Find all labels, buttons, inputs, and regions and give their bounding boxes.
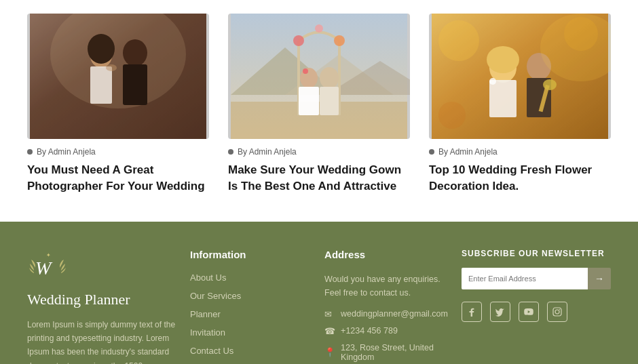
blog-section: By Admin Anjela You Must Need A Great Ph… <box>0 0 638 222</box>
blog-card-2-image[interactable] <box>228 14 410 139</box>
footer-link-planner[interactable]: Planner <box>190 309 311 319</box>
blog-card-2: By Admin Anjela Make Sure Your Wedding G… <box>228 14 410 195</box>
footer-info-column: Information About Us Our Services Planne… <box>190 249 311 364</box>
svg-rect-41 <box>553 308 561 316</box>
facebook-icon[interactable] <box>462 302 482 322</box>
svg-point-42 <box>555 310 559 314</box>
logo-icon: W ✦ <box>27 249 68 283</box>
footer-address-text: 123, Rose Street, United Kingdom <box>341 343 448 362</box>
svg-point-20 <box>320 67 339 89</box>
blog-card-1-image[interactable] <box>27 14 209 139</box>
svg-point-17 <box>293 35 304 46</box>
instagram-icon[interactable] <box>547 302 567 322</box>
blog-card-3: By Admin Anjela Top 10 Wedding Fresh Flo… <box>429 14 611 195</box>
blog-card-2-title[interactable]: Make Sure Your Wedding Gown Is The Best … <box>228 162 410 195</box>
footer-location-item: 📍 123, Rose Street, United Kingdom <box>324 343 448 362</box>
author-dot-2 <box>228 149 233 155</box>
footer-main: W ✦ Wedding Planner Lorem Ipsum is simpl… <box>27 249 611 364</box>
footer-logo: W ✦ <box>27 249 176 283</box>
svg-point-36 <box>543 79 557 90</box>
footer-link-services[interactable]: Our Services <box>190 291 311 301</box>
blog-card-3-title[interactable]: Top 10 Wedding Fresh Flower Decoration I… <box>429 162 611 195</box>
svg-point-38 <box>489 78 496 85</box>
svg-text:W: W <box>35 258 53 279</box>
svg-rect-9 <box>30 14 206 139</box>
youtube-icon[interactable] <box>519 302 539 322</box>
newsletter-submit-button[interactable]: → <box>588 268 611 289</box>
svg-point-19 <box>315 24 323 33</box>
footer-phone: +1234 456 789 <box>341 326 398 336</box>
svg-rect-23 <box>299 87 319 115</box>
footer: W ✦ Wedding Planner Lorem Ipsum is simpl… <box>0 222 638 364</box>
svg-rect-32 <box>489 80 517 117</box>
blog-card-3-author: By Admin Anjela <box>429 147 611 157</box>
blog-card-3-image[interactable] <box>429 14 611 139</box>
footer-link-contact[interactable]: Contact Us <box>190 346 311 356</box>
blog-card-1-author: By Admin Anjela <box>27 147 209 157</box>
footer-brand-name: Wedding Planner <box>27 291 176 308</box>
footer-newsletter-column: SUBSCRIBE OUR NEWSLETTER → <box>462 249 611 364</box>
svg-point-29 <box>438 102 466 129</box>
svg-point-18 <box>334 35 345 46</box>
svg-rect-21 <box>320 87 339 115</box>
footer-link-about[interactable]: About Us <box>190 272 311 283</box>
footer-address-title: Address <box>324 249 448 260</box>
author-dot-1 <box>27 149 33 155</box>
footer-brand: W ✦ Wedding Planner Lorem Ipsum is simpl… <box>27 249 176 364</box>
footer-address-intro: Would you have any enquiries. Feel free … <box>324 272 448 300</box>
footer-link-invitation[interactable]: Invitation <box>190 327 311 338</box>
newsletter-email-input[interactable] <box>462 268 588 289</box>
svg-point-31 <box>487 46 519 73</box>
location-icon: 📍 <box>324 347 335 357</box>
social-icons <box>462 302 611 322</box>
footer-email-item: ✉ weddingplanner@gmail.com <box>324 309 448 319</box>
phone-icon: ☎ <box>324 326 335 336</box>
svg-point-43 <box>559 308 560 309</box>
footer-description: Lorem Ipsum is simply dummy text of the … <box>27 318 176 364</box>
newsletter-title: SUBSCRIBE OUR NEWSLETTER <box>462 249 611 258</box>
footer-email: weddingplanner@gmail.com <box>341 309 448 319</box>
svg-text:✦: ✦ <box>46 252 51 258</box>
blog-card-2-author: By Admin Anjela <box>228 147 410 157</box>
blog-card-1-title[interactable]: You Must Need A Great Photographer For Y… <box>27 162 209 195</box>
newsletter-form: → <box>462 268 611 289</box>
svg-point-24 <box>303 68 308 74</box>
footer-phone-item: ☎ +1234 456 789 <box>324 326 448 336</box>
svg-point-22 <box>300 68 318 88</box>
email-icon: ✉ <box>324 309 335 319</box>
footer-address-column: Address Would you have any enquiries. Fe… <box>324 249 448 364</box>
author-dot-3 <box>429 149 434 155</box>
footer-info-title: Information <box>190 249 311 260</box>
twitter-icon[interactable] <box>490 302 510 322</box>
blog-card-1: By Admin Anjela You Must Need A Great Ph… <box>27 14 209 195</box>
svg-point-27 <box>438 20 479 61</box>
